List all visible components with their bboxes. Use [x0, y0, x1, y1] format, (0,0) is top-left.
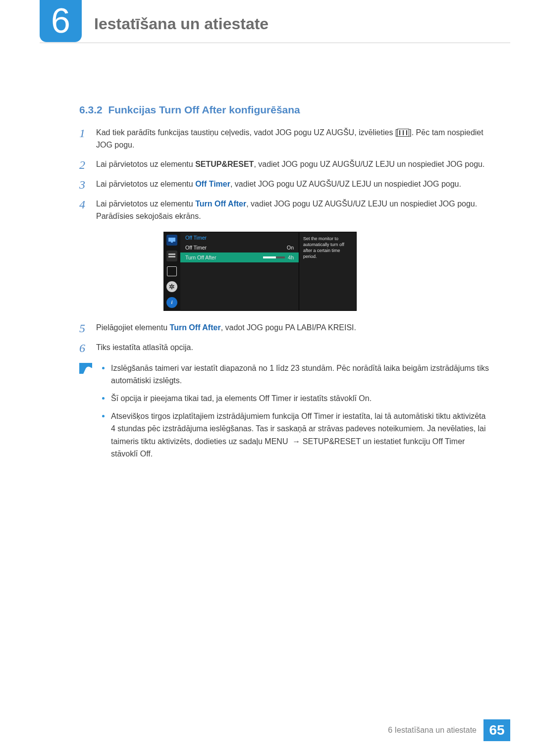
list-icon: [166, 251, 177, 261]
osd-row-off-timer: Off Timer On: [180, 243, 299, 252]
note-item: Izslēgšanās taimeri var iestatīt diapazo…: [101, 362, 490, 387]
step-text: Tiks iestatīta atlasītā opcija.: [96, 342, 193, 354]
note-block: Izslēgšanās taimeri var iestatīt diapazo…: [79, 362, 490, 465]
step-number: 1: [79, 127, 96, 140]
step-2: 2 Lai pārvietotos uz elementu SETUP&RESE…: [79, 158, 490, 171]
osd-row-turn-off-after: Turn Off After 4h: [180, 252, 299, 262]
step-3: 3 Lai pārvietotos uz elementu Off Timer,…: [79, 178, 490, 191]
note-list: Izslēgšanās taimeri var iestatīt diapazo…: [101, 362, 490, 465]
slider-bar-icon: [257, 256, 285, 258]
osd-panel: ✲ i Off Timer Off Timer On Turn Off Afte…: [163, 232, 357, 311]
step-5: 5 Pielāgojiet elementu Turn Off After, v…: [79, 322, 490, 335]
note-icon: [79, 363, 92, 374]
monitor-icon: [166, 235, 177, 246]
osd-row-value: On: [287, 245, 294, 251]
steps-list-continued: 5 Pielāgojiet elementu Turn Off After, v…: [79, 322, 490, 355]
osd-main: Off Timer Off Timer On Turn Off After 4h…: [180, 232, 357, 311]
osd-menu-list: Off Timer Off Timer On Turn Off After 4h: [180, 232, 299, 311]
note-item: Atsevišķos tirgos izplatītajiem izstrādā…: [101, 410, 490, 460]
step-number: 5: [79, 322, 96, 335]
resize-icon: [167, 266, 177, 276]
step-number: 6: [79, 342, 96, 354]
step-1: 1 Kad tiek parādīts funkcijas taustiņu c…: [79, 127, 490, 151]
osd-row-value: 4h: [257, 254, 294, 260]
osd-help-text: Set the monitor to automatically turn of…: [299, 232, 357, 311]
svg-rect-1: [171, 242, 173, 243]
svg-rect-3: [168, 256, 175, 257]
page-footer: 6 Iestatīšana un atiestate 65: [0, 719, 535, 741]
step-6: 6 Tiks iestatīta atlasītā opcija.: [79, 342, 490, 354]
note-item: Šī opcija ir pieejama tikai tad, ja elem…: [101, 392, 490, 405]
step-number: 4: [79, 198, 96, 211]
osd-sidebar: ✲ i: [163, 232, 180, 311]
gear-icon: ✲: [166, 281, 177, 292]
osd-menu-title: Off Timer: [180, 232, 299, 243]
steps-list: 1 Kad tiek parādīts funkcijas taustiņu c…: [79, 127, 490, 223]
step-4: 4 Lai pārvietotos uz elementu Turn Off A…: [79, 198, 490, 223]
step-text: Pielāgojiet elementu Turn Off After, vad…: [96, 322, 356, 334]
step-text: Lai pārvietotos uz elementu SETUP&RESET,…: [96, 158, 484, 171]
osd-row-label: Turn Off After: [185, 254, 216, 260]
arrow-icon: →: [292, 435, 300, 448]
step-text: Kad tiek parādīts funkcijas taustiņu ceļ…: [96, 127, 490, 151]
header-rule: [40, 43, 510, 43]
section-heading: 6.3.2 Funkcijas Turn Off After konfigurē…: [79, 104, 490, 116]
footer-page-number: 65: [483, 719, 510, 741]
section-number: 6.3.2: [79, 104, 103, 115]
menu-icon: [397, 129, 409, 137]
step-number: 3: [79, 178, 96, 191]
page-content: 6.3.2 Funkcijas Turn Off After konfigurē…: [0, 10, 535, 465]
svg-rect-0: [168, 238, 175, 242]
footer-chapter-label: 6 Iestatīšana un atiestate: [388, 726, 477, 735]
section-title: Funkcijas Turn Off After konfigurēšana: [108, 104, 300, 115]
osd-row-label: Off Timer: [185, 245, 207, 251]
step-text: Lai pārvietotos uz elementu Off Timer, v…: [96, 178, 461, 191]
osd-screenshot: ✲ i Off Timer Off Timer On Turn Off Afte…: [163, 232, 490, 311]
step-text: Lai pārvietotos uz elementu Turn Off Aft…: [96, 198, 490, 223]
svg-rect-2: [168, 253, 175, 255]
chapter-number-badge: 6: [40, 0, 82, 42]
chapter-title: Iestatīšana un atiestate: [94, 15, 268, 33]
page-header: 6 Iestatīšana un atiestate: [0, 0, 535, 10]
info-icon: i: [166, 297, 177, 308]
step-number: 2: [79, 158, 96, 171]
